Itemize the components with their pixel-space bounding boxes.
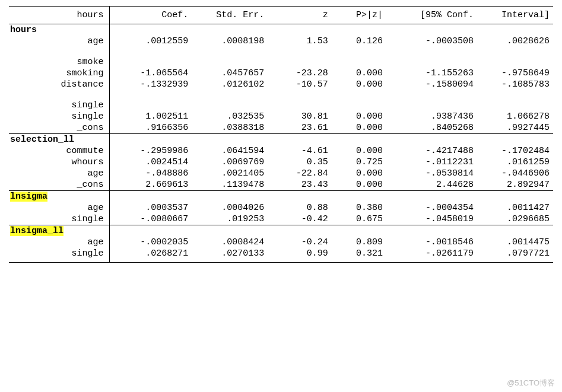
cell-value: 0.380	[332, 202, 386, 213]
block-subhead-row: smoke	[9, 56, 553, 68]
cell-value: -1.155263	[386, 68, 477, 79]
cell-value: -.0261179	[386, 248, 477, 263]
cell-value: .0004026	[192, 202, 268, 213]
cell-value: .0270133	[192, 248, 268, 263]
cell-value: -.0446906	[477, 168, 553, 179]
header-col-ci-hi: Interval]	[477, 7, 553, 24]
cell-value: 0.88	[268, 202, 332, 213]
cell-value: 0.35	[268, 157, 332, 168]
cell-value: 0.675	[332, 213, 386, 225]
cell-value: .9927445	[477, 122, 553, 134]
row-label: _cons	[9, 179, 110, 191]
table-row: age.0003537.00040260.880.380-.0004354.00…	[9, 202, 553, 213]
cell-value: 0.321	[332, 248, 386, 263]
header-col-pz: P>|z|	[332, 7, 386, 24]
section-title: lnsigma_ll	[9, 225, 110, 237]
table-row: age-.048886.0021405-22.840.000-.0530814-…	[9, 168, 553, 179]
cell-value: .0268271	[110, 248, 192, 263]
cell-value: 1.066278	[477, 111, 553, 122]
table-row: age.0012559.00081981.530.126-.0003508.00…	[9, 36, 553, 47]
cell-value: .019253	[192, 213, 268, 225]
cell-value: 0.000	[332, 79, 386, 90]
table-row: _cons.9166356.038831823.610.000.8405268.…	[9, 122, 553, 134]
regression-output-table: hours Coef. Std. Err. z P>|z| [95% Conf.…	[9, 6, 553, 263]
cell-value: .8405268	[386, 122, 477, 134]
cell-value: .0641594	[192, 145, 268, 157]
cell-value: .0011427	[477, 202, 553, 213]
cell-value: -.0002035	[110, 237, 192, 248]
cell-value: .0028626	[477, 36, 553, 47]
row-label: distance	[9, 79, 110, 90]
cell-value: .0161259	[477, 157, 553, 168]
cell-value: 0.000	[332, 179, 386, 191]
table-row: single.0268271.02701330.990.321-.0261179…	[9, 248, 553, 263]
cell-value: .0008424	[192, 237, 268, 248]
cell-value: .0126102	[192, 79, 268, 90]
row-label: single	[9, 213, 110, 225]
cell-value: 23.43	[268, 179, 332, 191]
header-row: hours Coef. Std. Err. z P>|z| [95% Conf.…	[9, 7, 553, 24]
cell-value: -.2959986	[110, 145, 192, 157]
cell-value: 23.61	[268, 122, 332, 134]
cell-value: .0024514	[110, 157, 192, 168]
cell-value: .9387436	[386, 111, 477, 122]
section-title-row: selection_ll	[9, 134, 553, 146]
cell-value: -.0458019	[386, 213, 477, 225]
cell-value: 0.126	[332, 36, 386, 47]
cell-value: .0797721	[477, 248, 553, 263]
table-row: commute-.2959986.0641594-4.610.000-.4217…	[9, 145, 553, 157]
section-title: selection_ll	[9, 134, 110, 146]
cell-value: 30.81	[268, 111, 332, 122]
cell-value: -.0080667	[110, 213, 192, 225]
cell-value: 1.53	[268, 36, 332, 47]
cell-value: .1139478	[192, 179, 268, 191]
section-title-row: hours	[9, 24, 553, 36]
block-subhead-row: single	[9, 100, 553, 111]
cell-value: -.0530814	[386, 168, 477, 179]
cell-value: 1.002511	[110, 111, 192, 122]
cell-value: -.4217488	[386, 145, 477, 157]
cell-value: .0014475	[477, 237, 553, 248]
cell-value: 0.000	[332, 145, 386, 157]
row-label: smoking	[9, 68, 110, 79]
section-title-row: lnsigma_ll	[9, 225, 553, 237]
cell-value: 2.44628	[386, 179, 477, 191]
section-title-row: lnsigma	[9, 191, 553, 203]
cell-value: 0.809	[332, 237, 386, 248]
table-row: single-.0080667.019253-0.420.675-.045801…	[9, 213, 553, 225]
cell-value: .0021405	[192, 168, 268, 179]
table-row: age-.0002035.0008424-0.240.809-.0018546.…	[9, 237, 553, 248]
cell-value: -.048886	[110, 168, 192, 179]
block-subhead: single	[9, 100, 110, 111]
table-row: single1.002511.03253530.810.000.93874361…	[9, 111, 553, 122]
cell-value: .0003537	[110, 202, 192, 213]
table-body: hoursage.0012559.00081981.530.126-.00035…	[9, 24, 553, 263]
cell-value: -4.61	[268, 145, 332, 157]
cell-value: .0388318	[192, 122, 268, 134]
row-label: commute	[9, 145, 110, 157]
cell-value: -1.065564	[110, 68, 192, 79]
cell-value: .9166356	[110, 122, 192, 134]
row-label: age	[9, 36, 110, 47]
cell-value: 0.99	[268, 248, 332, 263]
block-subhead: smoke	[9, 56, 110, 68]
cell-value: -.0003508	[386, 36, 477, 47]
cell-value: -.1580094	[386, 79, 477, 90]
cell-value: -.0112231	[386, 157, 477, 168]
table-row: _cons2.669613.113947823.430.0002.446282.…	[9, 179, 553, 191]
cell-value: 2.669613	[110, 179, 192, 191]
cell-value: 0.000	[332, 68, 386, 79]
header-col-ci-lo: [95% Conf.	[386, 7, 477, 24]
section-title: lnsigma	[9, 191, 110, 203]
row-label: age	[9, 237, 110, 248]
cell-value: -22.84	[268, 168, 332, 179]
table-row: distance-.1332939.0126102-10.570.000-.15…	[9, 79, 553, 90]
cell-value: -.1085783	[477, 79, 553, 90]
cell-value: -10.57	[268, 79, 332, 90]
row-label: whours	[9, 157, 110, 168]
cell-value: .0069769	[192, 157, 268, 168]
cell-value: .0008198	[192, 36, 268, 47]
cell-value: 0.000	[332, 122, 386, 134]
cell-value: 0.725	[332, 157, 386, 168]
cell-value: -.0004354	[386, 202, 477, 213]
